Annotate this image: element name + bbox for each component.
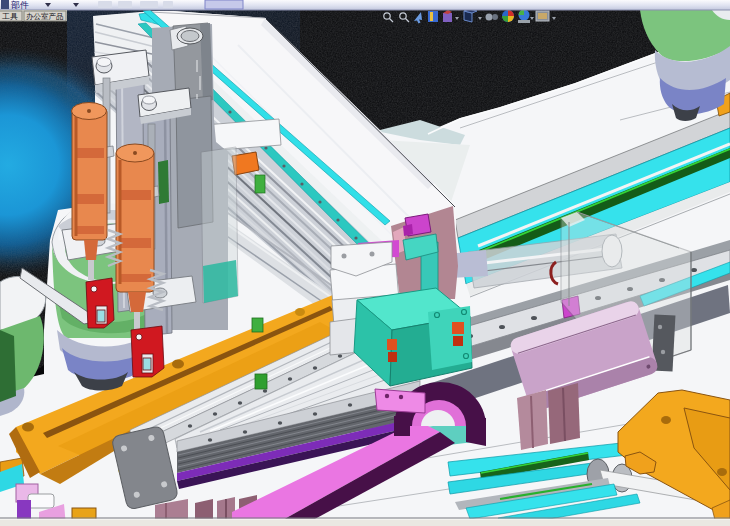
svg-text:部件: 部件 [11,0,29,10]
svg-text:办公室产品: 办公室产品 [26,12,64,21]
svg-text:工具: 工具 [2,12,18,21]
